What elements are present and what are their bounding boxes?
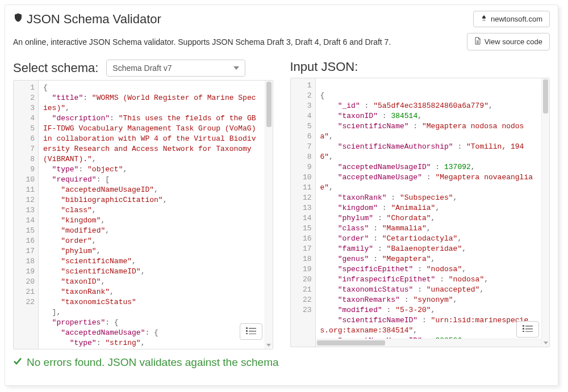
svg-rect-7 (525, 326, 533, 327)
page-title-text: JSON Schema Validator (27, 12, 161, 27)
svg-rect-11 (525, 331, 533, 332)
svg-rect-4 (246, 333, 248, 334)
json-format-button[interactable] (516, 321, 539, 338)
list-icon (246, 327, 256, 334)
json-scrollbar-vertical[interactable] (541, 78, 549, 347)
svg-rect-0 (246, 327, 248, 329)
scroll-thumb[interactable] (543, 79, 548, 113)
subheader: An online, interactive JSON Schema valid… (13, 33, 550, 60)
schema-scrollbar-vertical[interactable] (265, 81, 273, 349)
scroll-thumb[interactable] (266, 82, 272, 127)
schema-gutter: 1 2 3 4 5 6 7 8 9 10 11 12 13 14 15 16 1… (14, 81, 39, 349)
app-window: JSON Schema Validator newtonsoft.com An … (5, 5, 558, 386)
svg-rect-1 (249, 328, 256, 329)
view-source-label: View source code (485, 37, 542, 46)
site-link-button[interactable]: newtonsoft.com (473, 11, 550, 27)
input-json-label: Input JSON: (290, 60, 358, 74)
schema-code[interactable]: { "title": "WORMS (World Register of Mar… (39, 81, 265, 349)
schema-editor[interactable]: 1 2 3 4 5 6 7 8 9 10 11 12 13 14 15 16 1… (13, 80, 273, 349)
scroll-down-icon[interactable] (265, 341, 273, 349)
list-icon (523, 325, 533, 332)
rocket-icon (481, 15, 487, 23)
schema-column: Select schema: Schema Draft v7 1 2 3 4 5… (13, 60, 273, 349)
view-source-button[interactable]: View source code (467, 33, 550, 50)
select-schema-label: Select schema: (13, 61, 98, 75)
page-icon (474, 37, 481, 47)
svg-rect-6 (523, 325, 524, 327)
site-link-label: newtonsoft.com (491, 15, 542, 23)
svg-rect-10 (523, 331, 524, 332)
schema-selected: Schema Draft v7 (112, 64, 172, 73)
json-column: Input JSON: 1 2 3 4 5 6 7 8 9 10 11 12 1… (290, 60, 550, 349)
json-scrollbar-horizontal[interactable] (316, 339, 542, 347)
json-code[interactable]: { "_id" : "5a5df4ec3185824860a6a779", "t… (316, 78, 542, 347)
svg-rect-8 (523, 328, 524, 330)
header: JSON Schema Validator newtonsoft.com (13, 9, 550, 33)
json-gutter: 1 2 3 4 5 6 7 8 9 10 11 12 13 14 15 16 1… (291, 78, 316, 347)
scroll-thumb[interactable] (317, 340, 385, 345)
json-editor[interactable]: 1 2 3 4 5 6 7 8 9 10 11 12 13 14 15 16 1… (290, 78, 550, 347)
status-text: No errors found. JSON validates against … (27, 356, 279, 369)
svg-rect-9 (525, 328, 533, 330)
caret-down-icon (233, 66, 239, 70)
svg-rect-3 (249, 331, 256, 332)
tagline: An online, interactive JSON Schema valid… (13, 37, 391, 47)
validation-status: No errors found. JSON validates against … (13, 356, 550, 369)
main-columns: Select schema: Schema Draft v7 1 2 3 4 5… (13, 60, 550, 349)
svg-rect-2 (246, 330, 248, 332)
shield-icon (13, 12, 23, 27)
scroll-down-icon[interactable] (542, 339, 549, 347)
schema-dropdown[interactable]: Schema Draft v7 (106, 60, 245, 77)
schema-format-button[interactable] (240, 323, 262, 340)
page-title: JSON Schema Validator (13, 12, 161, 27)
svg-rect-5 (249, 334, 256, 334)
check-icon (13, 356, 22, 369)
